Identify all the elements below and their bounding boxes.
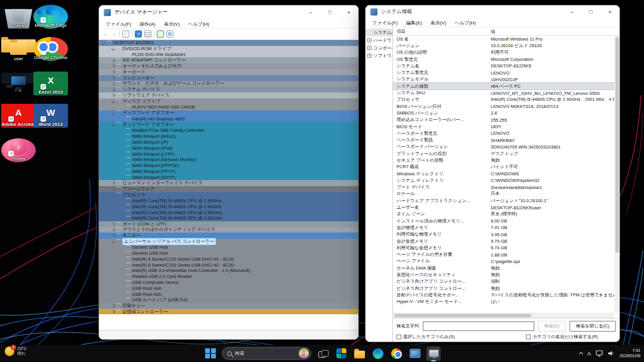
menu-item[interactable]: 操作(A)	[135, 21, 160, 27]
maximize-button[interactable]: □	[581, 5, 600, 18]
chevron-icon[interactable]	[112, 123, 114, 126]
expand-icon[interactable]: +	[367, 46, 371, 50]
table-row[interactable]: ビジネス向けアプリ コントロー... 無効	[393, 285, 614, 292]
table-row[interactable]: システム製造元 LENOVO	[393, 69, 614, 76]
tree-item[interactable]: PLDS DVD-RW DU8A6SH	[99, 52, 358, 58]
tree-item[interactable]: サウンド、ビデオ、およびゲーム コントローラー	[99, 81, 358, 87]
tree-item[interactable]: Intel(R) Core(TM) i5-4460S CPU @ 2.90GHz	[99, 209, 358, 215]
table-row[interactable]: 埋め込みコントローラーのバー... 255.255	[393, 117, 614, 123]
chevron-icon[interactable]	[112, 187, 114, 190]
chevron-icon[interactable]	[112, 82, 114, 85]
minimize-button[interactable]: –	[562, 5, 581, 18]
chevron-icon[interactable]	[112, 112, 114, 115]
scan-hardware-icon[interactable]	[157, 30, 164, 38]
table-row[interactable]: 合計物理メモリ 7.91 GB	[393, 224, 614, 231]
tree-item[interactable]: Intel(R) USB 3.0 eXtensible Host Control…	[99, 268, 358, 274]
table-row[interactable]: OS の他の説明 利用不可	[393, 49, 614, 56]
checkbox-icon[interactable]	[397, 335, 401, 339]
tree-item[interactable]: コンピューター	[99, 75, 358, 81]
table-row[interactable]: 自動デバイスの暗号化サポー... デバイスの自動暗号化が失敗した理由: TPM …	[393, 292, 614, 298]
tree-item[interactable]: ディスプレイ アダプター	[99, 110, 358, 116]
expand-icon[interactable]: +	[367, 38, 371, 42]
desktop-icon[interactable]: ↗ Microsoft Edge	[33, 5, 68, 29]
table-row[interactable]: ベースボード バージョン SDK0J40705 WIN 342503310380…	[393, 144, 614, 150]
table-row[interactable]: システム SKU LENOVO_MT_10HV_BU_LENOVO_FM_Len…	[393, 89, 614, 96]
minimize-button[interactable]: –	[301, 5, 320, 20]
chevron-icon[interactable]	[112, 88, 114, 91]
tree-item[interactable]: Intel(R) Core(TM) i5-4460S CPU @ 2.90GHz	[99, 215, 358, 221]
table-row[interactable]: 利用可能な仮想メモリ 5.74 GB	[393, 245, 614, 251]
desktop-icon[interactable]: X ↗ Excel 2013	[33, 72, 68, 95]
table-row[interactable]: ブート デバイス \Device\HarddiskVolume1	[393, 184, 614, 191]
table-row[interactable]: ハードウェア アブストラクション... バージョン = "10.0.26100.…	[393, 197, 614, 204]
tree-item[interactable]: WAN Miniport (L2TP)	[99, 151, 358, 157]
tree-item[interactable]: キーボード	[99, 69, 358, 75]
table-row[interactable]: システムの種類 x64-ベース PC	[393, 83, 614, 89]
tree-item[interactable]: Intel(R) 8 Series/C220 Series USB EHCI #…	[99, 256, 358, 262]
menu-item[interactable]: ヘルプ(H)	[184, 21, 213, 27]
chevron-icon[interactable]	[102, 41, 105, 44]
table-row[interactable]: BIOS モード UEFI	[393, 123, 614, 130]
close-search-button[interactable]: 検索を閉じる(C)	[569, 321, 616, 332]
system-info-titlebar[interactable]: システム情報 – □ ×	[366, 5, 620, 18]
weather-widget[interactable]: 2 23°C 晴れ	[5, 346, 27, 357]
chevron-icon[interactable]	[112, 240, 114, 243]
chevron-icon[interactable]	[112, 100, 114, 103]
column-value[interactable]: 値	[491, 29, 620, 35]
chevron-icon[interactable]	[112, 234, 114, 237]
tree-item[interactable]: システム デバイス	[99, 86, 358, 92]
tree-item[interactable]: 印刷キュー	[99, 303, 358, 309]
table-row[interactable]: プラットフォームの役割 デスクトップ	[393, 150, 614, 157]
close-button[interactable]: ×	[600, 5, 620, 18]
computer-icon[interactable]	[166, 30, 174, 38]
table-row[interactable]: システム名 DESKTOP-83J25K5	[393, 63, 614, 69]
desktop-icon[interactable]: PC	[1, 73, 36, 83]
tree-item[interactable]: 記憶域コントローラー	[99, 309, 358, 315]
tree-item[interactable]: ネットワーク アダプター	[99, 122, 358, 128]
tree-item[interactable]: Realtek USB 2.0 Card Reader	[99, 274, 358, 280]
desktop-icon[interactable]: ↗ Google Chrome	[33, 37, 68, 61]
category-item[interactable]: + コンポーネント	[366, 44, 392, 52]
chevron-icon[interactable]	[112, 182, 114, 185]
table-row[interactable]: ページ ファイルの空き容量 1.88 GB	[393, 252, 614, 258]
tree-item[interactable]: WAN Miniport (IPv6)	[99, 145, 358, 151]
widgets-button[interactable]	[334, 346, 348, 361]
scrollbar-thumb[interactable]	[615, 37, 619, 253]
tree-item[interactable]: USB ルート ハブ (USB 3.0)	[99, 297, 358, 303]
tree-item[interactable]: USB Root Hub	[99, 291, 358, 297]
category-item[interactable]: + システムの要約	[366, 29, 392, 36]
desktop-icon[interactable]: user	[1, 39, 36, 52]
chevron-icon[interactable]	[112, 59, 114, 62]
table-row[interactable]: OS 名 Microsoft Windows 11 Pro	[393, 36, 614, 42]
properties-icon[interactable]	[122, 30, 129, 38]
checkbox-icon[interactable]	[526, 335, 531, 339]
tree-item[interactable]: KLEVV NEO N400 SSD 240GB	[99, 104, 358, 110]
desktop-icon[interactable]: W ↗ Word 2013	[33, 104, 68, 128]
table-row[interactable]: ユーザー名 DESKTOP-83J25K5\user	[393, 204, 614, 211]
edge-button[interactable]	[371, 346, 385, 361]
network-icon[interactable]	[596, 350, 603, 357]
table-row[interactable]: 仮想化ベースのセキュリティ 無効	[393, 271, 614, 278]
chevron-icon[interactable]	[112, 65, 114, 68]
horizontal-scrollbar[interactable]	[393, 313, 614, 318]
device-manager-taskbar-button[interactable]	[426, 346, 441, 361]
chevron-icon[interactable]	[112, 310, 114, 313]
tree-item[interactable]: Realtek PCIe GBE Family Controller	[99, 128, 358, 134]
vertical-scrollbar[interactable]	[614, 36, 620, 313]
category-item[interactable]: + ソフトウェア環境	[366, 52, 392, 60]
forward-icon[interactable]: →	[111, 31, 117, 37]
table-row[interactable]: 利用可能な物理メモリ 3.95 GB	[393, 231, 614, 238]
search-input[interactable]	[423, 321, 534, 331]
tree-item[interactable]: Generic USB Hub	[99, 245, 358, 250]
chrome-button[interactable]	[389, 346, 404, 361]
tree-item[interactable]: オーディオの入力および出力	[99, 63, 358, 69]
chevron-icon[interactable]	[112, 94, 114, 97]
table-row[interactable]: Hyper-V - VM モニター モード... はい	[393, 299, 614, 305]
tree-item[interactable]: WAN Miniport (SSTP)	[99, 174, 358, 180]
table-row[interactable]: 合計仮想メモリ 9.79 GB	[393, 238, 614, 245]
tree-item[interactable]: ソフトウェア デバイス	[99, 92, 358, 98]
category-item[interactable]: + ハードウェア リソース	[366, 36, 392, 44]
hidden-icons-chevron-icon[interactable]	[579, 352, 583, 356]
chevron-icon[interactable]	[112, 304, 114, 307]
tree-item[interactable]: モニター	[99, 233, 358, 239]
